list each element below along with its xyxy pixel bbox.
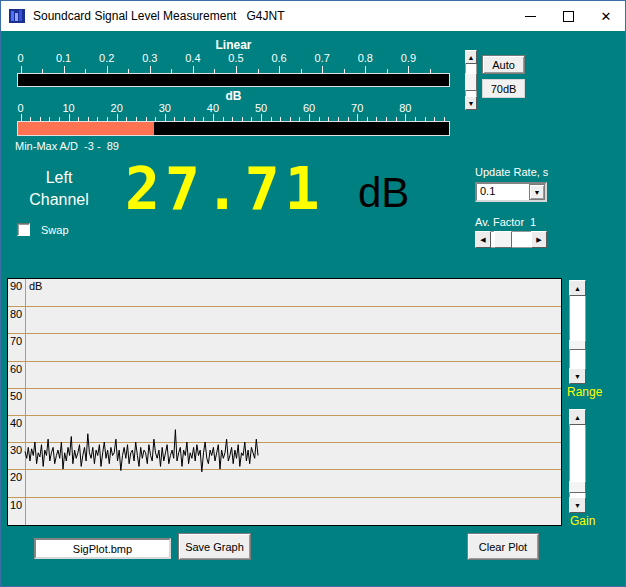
gain-thumb[interactable] (569, 481, 586, 493)
major-tick (21, 114, 22, 121)
major-tick (107, 66, 108, 73)
range-up-button[interactable]: ▲ (569, 280, 586, 296)
up-arrow-icon: ▲ (468, 54, 475, 61)
scale-tick-label: 0.9 (401, 52, 416, 64)
db-level-meter (17, 121, 450, 136)
major-tick (64, 66, 65, 73)
left-arrow-icon: ◀ (480, 236, 485, 243)
av-factor-label: Av. Factor (475, 216, 524, 228)
app-icon (9, 8, 25, 24)
gain-down-button[interactable]: ▼ (569, 497, 586, 513)
av-factor-scrollbar[interactable]: ◀ ▶ (475, 231, 547, 248)
av-factor-left-button[interactable]: ◀ (475, 231, 491, 248)
close-button[interactable]: ✕ (587, 1, 625, 31)
range-label: Range (567, 385, 602, 399)
window-title: Soundcard Signal Level Measurement G4JNT (33, 9, 284, 23)
db-meter-title: dB (17, 89, 450, 103)
major-tick (309, 114, 310, 121)
scale-tick-label: 0.7 (315, 52, 330, 64)
major-tick (236, 66, 237, 73)
close-icon: ✕ (601, 10, 612, 23)
plot-unit-label: dB (29, 280, 42, 292)
plot-y-tick-label: 10 (10, 499, 23, 511)
scale-tick-label: 0.5 (228, 52, 243, 64)
major-tick (322, 66, 323, 73)
plot-y-tick-label: 40 (10, 417, 23, 429)
down-arrow-icon: ▼ (574, 502, 581, 509)
level-range-up-button[interactable]: ▲ (465, 50, 477, 64)
av-factor-right-button[interactable]: ▶ (531, 231, 547, 248)
minmax-status: Min-Max A/D -3 - 89 (15, 140, 119, 152)
title-bar: Soundcard Signal Level Measurement G4JNT… (1, 1, 625, 31)
update-rate-label: Update Rate, s (475, 166, 548, 178)
scale-tick-label: 0.2 (99, 52, 114, 64)
range-scrollbar[interactable]: ▲ ▼ (569, 280, 586, 384)
plot-y-tick-label: 20 (10, 471, 23, 483)
plot-y-tick-label: 60 (10, 363, 23, 375)
channel-line2: Channel (13, 189, 105, 211)
major-tick (279, 66, 280, 73)
update-rate-combobox[interactable]: 0.1 ▼ (475, 182, 547, 202)
gain-scrollbar[interactable]: ▲ ▼ (569, 409, 586, 513)
swap-checkbox[interactable] (17, 223, 30, 236)
down-arrow-icon: ▼ (574, 373, 581, 380)
scale-tick-label: 0.4 (185, 52, 200, 64)
level-range-down-button[interactable]: ▼ (465, 96, 477, 110)
db-readout-value: 27.71 (125, 155, 325, 223)
level-range-scrollbar[interactable]: ▲ ▼ (465, 50, 477, 110)
channel-line1: Left (13, 167, 105, 189)
up-arrow-icon: ▲ (574, 285, 581, 292)
minimize-icon (525, 16, 536, 17)
gain-up-button[interactable]: ▲ (569, 409, 586, 425)
linear-level-meter (17, 73, 450, 87)
av-factor-value: 1 (530, 216, 536, 228)
major-tick (117, 114, 118, 121)
plot-y-tick-label: 90 (10, 280, 23, 292)
linear-scale-ticks (17, 65, 450, 73)
signal-plot-panel: dB 908070605040302010 (7, 278, 562, 526)
auto-button[interactable]: Auto (482, 55, 525, 74)
major-tick (150, 66, 151, 73)
linear-scale-labels: 00.10.20.30.40.50.60.70.80.9 (17, 52, 450, 64)
maximize-icon (563, 11, 574, 22)
db-level-fill (18, 122, 154, 135)
range-thumb[interactable] (569, 340, 586, 350)
db-readout-unit: dB (358, 169, 409, 217)
major-tick (365, 66, 366, 73)
linear-meter-title: Linear (17, 38, 450, 52)
save-graph-button[interactable]: Save Graph (178, 533, 251, 560)
major-tick (405, 114, 406, 121)
minimize-button[interactable] (511, 1, 549, 31)
dropdown-arrow-icon: ▼ (534, 189, 541, 196)
maximize-button[interactable] (549, 1, 587, 31)
down-arrow-icon: ▼ (468, 100, 475, 107)
channel-label: Left Channel (13, 167, 105, 211)
av-factor-thumb[interactable] (494, 231, 512, 248)
up-arrow-icon: ▲ (574, 414, 581, 421)
clear-plot-button[interactable]: Clear Plot (467, 533, 539, 560)
update-rate-dropdown-button[interactable]: ▼ (529, 184, 545, 200)
major-tick (213, 114, 214, 121)
db-scale-ticks (17, 113, 450, 121)
major-tick (21, 66, 22, 73)
app-window: Soundcard Signal Level Measurement G4JNT… (0, 0, 626, 587)
range-down-button[interactable]: ▼ (569, 368, 586, 384)
major-tick (408, 66, 409, 73)
major-tick (69, 114, 70, 121)
scale-tick-label: 0.6 (271, 52, 286, 64)
major-tick (357, 114, 358, 121)
plot-y-tick-label: 80 (10, 308, 23, 320)
gain-label: Gain (570, 514, 595, 528)
signal-plot-area: dB 908070605040302010 (8, 279, 561, 525)
scale-tick-label: 0.8 (358, 52, 373, 64)
filename-input[interactable] (34, 538, 171, 559)
major-tick (193, 66, 194, 73)
scale-tick-label: 0 (17, 52, 23, 64)
scale-tick-label: 0.3 (142, 52, 157, 64)
scale-tick-label: 0.1 (56, 52, 71, 64)
plot-y-tick-label: 50 (10, 390, 23, 402)
swap-checkbox-label: Swap (41, 224, 69, 236)
70db-button[interactable]: 70dB (482, 79, 525, 98)
level-range-thumb[interactable] (465, 73, 477, 91)
plot-y-tick-label: 30 (10, 444, 23, 456)
